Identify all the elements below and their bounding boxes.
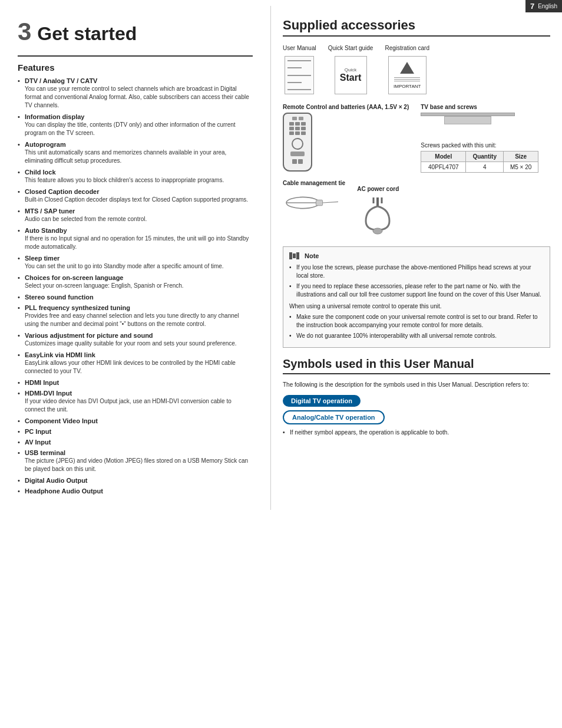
manual-line-3 (287, 75, 311, 76)
screws-table: Model Quantity Size 40PFL47074M5 × 20 (421, 151, 538, 173)
feature-name: Closed Caption decoder (25, 188, 253, 195)
feature-desc: You can use your remote control to selec… (25, 85, 249, 108)
note-header: Note (289, 252, 544, 260)
feature-name: Child lock (25, 169, 253, 176)
symbols-section: Symbols used in this User Manual The fol… (283, 357, 550, 436)
note-bar-1 (289, 252, 292, 259)
feature-name: Choices for on-screen language (25, 274, 253, 281)
regcard-label: Registration card (385, 45, 429, 51)
feature-desc: You can display the title, contents (DTV… (25, 121, 236, 136)
reg-line-2 (394, 79, 420, 80)
cable-tie-label: Cable management tie (283, 180, 345, 186)
screws-row: 40PFL47074M5 × 20 (421, 162, 538, 173)
language-label: English (538, 3, 557, 9)
feature-desc: If there is no Input signal and no opera… (25, 235, 249, 250)
feature-name: Headphone Audio Output (25, 487, 253, 495)
feature-item: Various adjustment for picture and sound… (18, 332, 253, 348)
regcard-icon: IMPORTANT (388, 56, 427, 94)
screws-cell: M5 × 20 (504, 162, 538, 173)
manual-line-5 (287, 89, 311, 90)
remote-btn-a (292, 117, 297, 120)
note-sub-bullet-item: We do not guarantee 100% interoperabilit… (289, 332, 544, 340)
tvbase-label: TV base and screws (421, 104, 550, 110)
remote-num-2 (295, 122, 300, 126)
feature-name: HDMI Input (25, 379, 253, 386)
feature-name: EasyLink via HDMI link (25, 351, 253, 358)
feature-desc: This feature allows you to block childre… (25, 177, 224, 183)
user-manual-label: User Manual (283, 45, 316, 51)
feature-desc: If your video device has DVI Output jack… (25, 398, 232, 413)
manual-icon (285, 56, 314, 94)
remote-num-7 (289, 131, 294, 135)
feature-item: AV Input (18, 439, 253, 446)
note-title: Note (305, 252, 319, 259)
remote-dpad (290, 151, 305, 156)
note-bar-2 (293, 253, 296, 258)
tvbase-section: TV base and screws Screws packed with th… (421, 104, 550, 173)
reg-line-3 (394, 81, 420, 81)
svg-rect-2 (316, 200, 322, 206)
note-bullet-item: If you lose the screws, please purchase … (289, 263, 544, 280)
feature-desc: Select your on-screen language: English,… (25, 282, 184, 289)
feature-desc: EasyLink allows your other HDMI link dev… (25, 360, 236, 374)
feature-item: HDMI-DVI InputIf your video device has D… (18, 390, 253, 414)
screws-col-size: Size (504, 151, 538, 162)
remote-btn-b (299, 117, 303, 120)
feature-item: DTV / Analog TV / CATVYou can use your r… (18, 77, 253, 110)
analog-badge: Analog/Cable TV operation (283, 410, 550, 429)
feature-item: Digital Audio Output (18, 477, 253, 484)
feature-name: Autoprogram (25, 141, 253, 148)
feature-item: Headphone Audio Output (18, 487, 253, 495)
features-list: DTV / Analog TV / CATVYou can use your r… (18, 77, 253, 495)
remote-num-4 (289, 127, 294, 130)
note-bar-3 (296, 252, 299, 259)
accessories-mid-row: Remote Control and batteries (AAA, 1.5V … (283, 104, 550, 173)
feature-name: Various adjustment for picture and sound (25, 332, 253, 339)
remote-num-9 (301, 131, 306, 135)
remote-num-3 (301, 122, 306, 126)
feature-item: PLL frequency synthesized tuningProvides… (18, 304, 253, 328)
svg-line-3 (323, 202, 338, 203)
regcard-text: IMPORTANT (394, 84, 421, 89)
remote-num-1 (289, 122, 294, 126)
digital-tv-badge: Digital TV operation (283, 395, 361, 407)
feature-desc: Provides free and easy channel selection… (25, 312, 239, 327)
reg-triangle-icon (400, 62, 414, 74)
feature-name: Stereo sound function (25, 294, 253, 301)
feature-item: EasyLink via HDMI linkEasyLink allows yo… (18, 351, 253, 375)
screws-cell: 40PFL4707 (421, 162, 466, 173)
feature-desc: Customizes image quality suitable for yo… (25, 340, 237, 347)
manual-line-4 (287, 82, 302, 83)
remote-icon (283, 113, 312, 172)
manual-line-2 (287, 67, 302, 68)
screws-col-model: Model (421, 151, 466, 162)
note-sub-bullet-item: Make sure the component code on your uni… (289, 313, 544, 330)
feature-item: AutoprogramThis unit automatically scans… (18, 141, 253, 165)
qs-small-label: Quick (345, 67, 356, 73)
features-title: Features (18, 62, 253, 73)
feature-name: Auto Standby (25, 227, 253, 234)
note-paragraph: When using a universal remote control to… (289, 302, 544, 311)
remote-top-buttons (292, 117, 303, 120)
ac-cord-label: AC power cord (357, 186, 399, 192)
digital-badge: Digital TV operation (283, 395, 550, 410)
note-bullet-item: If you need to replace these accessories… (289, 282, 544, 299)
left-column: 3 Get started Features DTV / Analog TV /… (0, 6, 271, 510)
accessory-user-manual: User Manual (283, 45, 316, 94)
feature-item: Closed Caption decoderBuilt-in Closed Ca… (18, 188, 253, 204)
chapter-number: 3 (18, 18, 31, 46)
remote-numpad (289, 122, 306, 135)
reg-lines (394, 76, 420, 83)
note-box: Note If you lose the screws, please purc… (283, 246, 550, 348)
right-column: Supplied accessories User Manual Quick S… (271, 6, 562, 510)
quickstart-label: Quick Start guide (328, 45, 373, 51)
note-bullets: If you lose the screws, please purchase … (289, 263, 544, 299)
remote-circle-btn (292, 138, 303, 150)
feature-item: Child lockThis feature allows you to blo… (18, 169, 253, 185)
feature-desc: Built-in Closed Caption decoder displays… (25, 196, 248, 203)
accessories-top-row: User Manual Quick Start guide Quick Star… (283, 45, 550, 94)
remote-num-8 (295, 131, 300, 135)
remote-section: Remote Control and batteries (AAA, 1.5V … (283, 104, 409, 173)
feature-item: Choices for on-screen languageSelect you… (18, 274, 253, 290)
remote-label: Remote Control and batteries (AAA, 1.5V … (283, 104, 409, 110)
